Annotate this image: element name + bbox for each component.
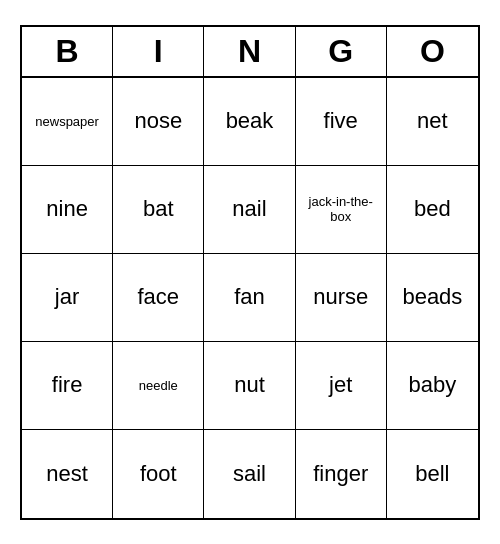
bingo-cell-2[interactable]: beak — [204, 78, 295, 166]
bingo-cell-0[interactable]: newspaper — [22, 78, 113, 166]
bingo-cell-18[interactable]: jet — [296, 342, 387, 430]
bingo-cell-16[interactable]: needle — [113, 342, 204, 430]
bingo-cell-8[interactable]: jack-in-the-box — [296, 166, 387, 254]
bingo-cell-6[interactable]: bat — [113, 166, 204, 254]
bingo-cell-15[interactable]: fire — [22, 342, 113, 430]
bingo-grid: newspapernosebeakfivenetninebatnailjack-… — [22, 78, 478, 518]
bingo-cell-9[interactable]: bed — [387, 166, 478, 254]
bingo-cell-12[interactable]: fan — [204, 254, 295, 342]
bingo-cell-17[interactable]: nut — [204, 342, 295, 430]
bingo-cell-7[interactable]: nail — [204, 166, 295, 254]
bingo-cell-22[interactable]: sail — [204, 430, 295, 518]
header-letter-n: N — [204, 27, 295, 76]
bingo-cell-3[interactable]: five — [296, 78, 387, 166]
header-letter-g: G — [296, 27, 387, 76]
bingo-cell-14[interactable]: beads — [387, 254, 478, 342]
bingo-cell-1[interactable]: nose — [113, 78, 204, 166]
bingo-cell-19[interactable]: baby — [387, 342, 478, 430]
bingo-cell-24[interactable]: bell — [387, 430, 478, 518]
header-letter-o: O — [387, 27, 478, 76]
bingo-cell-21[interactable]: foot — [113, 430, 204, 518]
bingo-card: BINGO newspapernosebeakfivenetninebatnai… — [20, 25, 480, 520]
bingo-cell-4[interactable]: net — [387, 78, 478, 166]
bingo-header: BINGO — [22, 27, 478, 78]
bingo-cell-20[interactable]: nest — [22, 430, 113, 518]
header-letter-b: B — [22, 27, 113, 76]
header-letter-i: I — [113, 27, 204, 76]
bingo-cell-13[interactable]: nurse — [296, 254, 387, 342]
bingo-cell-10[interactable]: jar — [22, 254, 113, 342]
bingo-cell-5[interactable]: nine — [22, 166, 113, 254]
bingo-cell-11[interactable]: face — [113, 254, 204, 342]
bingo-cell-23[interactable]: finger — [296, 430, 387, 518]
